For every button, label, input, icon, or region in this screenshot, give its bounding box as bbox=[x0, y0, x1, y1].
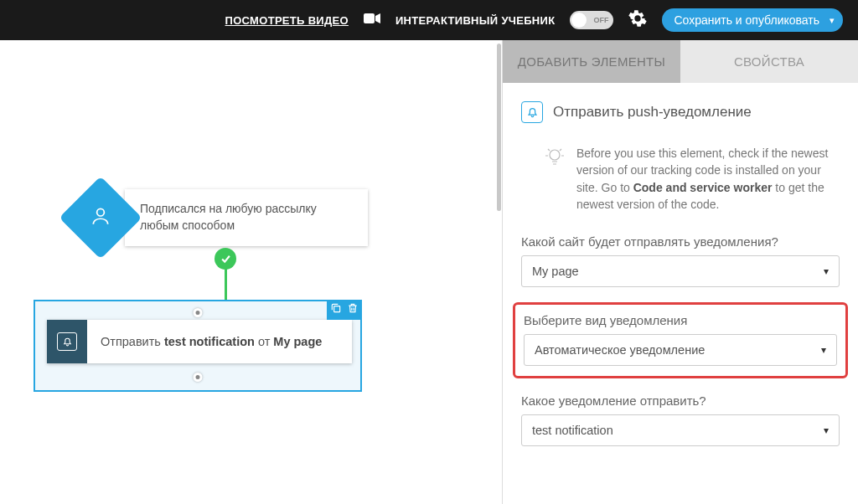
check-badge-icon bbox=[214, 248, 236, 270]
type-select[interactable]: Автоматическое уведомление bbox=[524, 334, 837, 366]
sidebar-tabs: ДОБАВИТЬ ЭЛЕМЕНТЫ СВОЙСТВА bbox=[503, 40, 858, 83]
tutorial-toggle[interactable]: OFF bbox=[570, 11, 613, 29]
section-title: Отправить push-уведомление bbox=[553, 104, 752, 121]
which-field-label: Какое уведомление отправить? bbox=[521, 393, 840, 408]
svg-rect-2 bbox=[334, 306, 340, 312]
trigger-node[interactable]: Подписался на любую рассылку любым спосо… bbox=[71, 188, 368, 247]
trigger-diamond bbox=[59, 177, 142, 260]
site-select[interactable]: My page bbox=[521, 255, 840, 287]
watch-video-link[interactable]: ПОСМОТРЕТЬ ВИДЕО bbox=[225, 14, 349, 27]
push-notification-icon bbox=[47, 320, 87, 363]
automation-canvas[interactable]: Подписался на любую рассылку любым спосо… bbox=[0, 40, 502, 504]
svg-point-1 bbox=[97, 208, 105, 216]
notification-type-field-group: Выберите вид уведомления Автоматическое … bbox=[513, 302, 848, 378]
save-publish-button[interactable]: Сохранить и опубликовать bbox=[662, 8, 843, 32]
hint-block: Before you use this element, check if th… bbox=[521, 145, 840, 213]
trigger-text-line1: Подписался на любую рассылку bbox=[140, 202, 317, 215]
hint-text: Before you use this element, check if th… bbox=[576, 145, 840, 213]
delete-icon[interactable] bbox=[347, 302, 359, 317]
action-node-selected[interactable]: Отправить test notification от My page bbox=[34, 300, 362, 392]
tab-properties[interactable]: СВОЙСТВА bbox=[680, 40, 858, 83]
app-header: ПОСМОТРЕТЬ ВИДЕО ИНТЕРАКТИВНЫЙ УЧЕБНИК O… bbox=[0, 0, 858, 40]
input-port[interactable] bbox=[194, 308, 203, 317]
settings-icon[interactable] bbox=[628, 9, 647, 31]
section-header: Отправить push-уведомление bbox=[521, 101, 840, 123]
duplicate-icon[interactable] bbox=[330, 302, 342, 317]
svg-point-3 bbox=[550, 150, 560, 160]
video-camera-icon bbox=[364, 13, 380, 28]
output-port[interactable] bbox=[194, 373, 203, 382]
type-field-label: Выберите вид уведомления bbox=[524, 313, 837, 327]
which-select[interactable]: test notification bbox=[521, 414, 840, 446]
which-notification-field-group: Какое уведомление отправить? test notifi… bbox=[521, 393, 840, 446]
trigger-card: Подписался на любую рассылку любым спосо… bbox=[125, 189, 368, 245]
svg-rect-0 bbox=[364, 13, 375, 23]
properties-panel: Отправить push-уведомление Before you us… bbox=[503, 83, 858, 504]
tutorial-label: ИНТЕРАКТИВНЫЙ УЧЕБНИК bbox=[395, 14, 555, 27]
site-field-label: Какой сайт будет отправлять уведомления? bbox=[521, 234, 840, 249]
node-toolbar bbox=[327, 300, 362, 320]
canvas-scrollbar[interactable] bbox=[497, 44, 501, 211]
lightbulb-icon bbox=[545, 147, 565, 213]
main-area: Подписался на любую рассылку любым спосо… bbox=[0, 40, 858, 504]
action-text: Отправить test notification от My page bbox=[87, 320, 352, 363]
inspector-sidebar: ДОБАВИТЬ ЭЛЕМЕНТЫ СВОЙСТВА Отправить pus… bbox=[502, 40, 858, 504]
bell-box-icon bbox=[521, 101, 543, 123]
person-icon bbox=[90, 205, 111, 230]
tab-add-elements[interactable]: ДОБАВИТЬ ЭЛЕМЕНТЫ bbox=[503, 40, 680, 83]
site-field-group: Какой сайт будет отправлять уведомления?… bbox=[521, 234, 840, 287]
trigger-text-line2: любым способом bbox=[140, 219, 235, 232]
action-card: Отправить test notification от My page bbox=[47, 320, 352, 363]
